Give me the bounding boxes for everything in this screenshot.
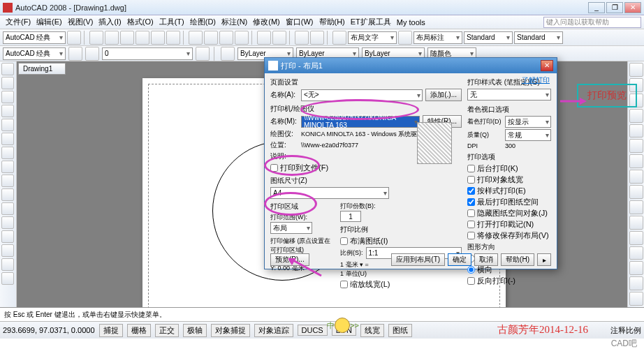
menu-window[interactable]: 窗口(W) bbox=[283, 17, 316, 27]
plotrange-select[interactable]: 布局 bbox=[270, 222, 312, 234]
layer-dropdown[interactable]: 0 bbox=[102, 47, 193, 60]
cut-icon[interactable] bbox=[189, 31, 203, 45]
save-icon[interactable] bbox=[120, 31, 134, 45]
textstyle-dropdown[interactable]: 布局文字 bbox=[348, 31, 397, 44]
break-icon[interactable] bbox=[629, 231, 643, 245]
learn-print-link[interactable]: 了解打印 bbox=[522, 75, 550, 85]
print-to-file-checkbox[interactable] bbox=[270, 164, 278, 172]
menu-insert[interactable]: 插入(I) bbox=[96, 17, 124, 27]
dialog-close-button[interactable]: ✕ bbox=[541, 60, 553, 71]
insert-icon[interactable] bbox=[1, 188, 14, 201]
match-icon[interactable] bbox=[235, 31, 249, 45]
zoom-icon[interactable] bbox=[310, 31, 324, 45]
arc-icon[interactable] bbox=[1, 133, 14, 145]
reverse-checkbox[interactable] bbox=[467, 277, 475, 285]
undo-icon[interactable] bbox=[257, 31, 271, 45]
pan-icon[interactable] bbox=[295, 31, 309, 45]
menu-dim[interactable]: 标注(N) bbox=[219, 17, 250, 27]
close-button[interactable]: ✕ bbox=[624, 2, 641, 13]
opt-style-checkbox[interactable] bbox=[467, 187, 475, 195]
menu-help[interactable]: 帮助(H) bbox=[316, 17, 348, 27]
add-pagesetup-button[interactable]: 添加(.)... bbox=[425, 89, 462, 101]
layer-icon[interactable] bbox=[68, 47, 82, 61]
printer-name-select[interactable]: \\Www-e2a0d7f0377\KONICA MINOLTA 163 bbox=[301, 116, 420, 128]
menu-modify[interactable]: 修改(M) bbox=[250, 17, 283, 27]
menu-file[interactable]: 文件(F) bbox=[3, 17, 34, 27]
region-icon[interactable] bbox=[1, 244, 14, 257]
plotstyle-select[interactable]: 无 bbox=[467, 89, 551, 101]
mtext-icon[interactable] bbox=[1, 272, 14, 285]
ortho-toggle[interactable]: 正交 bbox=[155, 324, 179, 337]
paper-toggle[interactable]: 图纸 bbox=[388, 324, 412, 337]
spline-icon[interactable] bbox=[1, 161, 14, 173]
publish-icon[interactable] bbox=[166, 31, 180, 45]
trim-icon[interactable] bbox=[629, 200, 643, 214]
landscape-radio[interactable] bbox=[467, 266, 475, 274]
offset-icon[interactable] bbox=[629, 109, 643, 123]
dialog-titlebar[interactable]: 打印 - 布局1 ✕ bbox=[265, 58, 557, 73]
erase-icon[interactable] bbox=[629, 63, 643, 77]
workspace2-dropdown[interactable]: AutoCAD 经典 bbox=[3, 47, 66, 60]
dimstyle-dropdown[interactable]: 布局标注 bbox=[414, 31, 462, 44]
menu-view[interactable]: 视图(V) bbox=[65, 17, 96, 27]
copies-input[interactable] bbox=[340, 211, 361, 222]
opt-hide-checkbox[interactable] bbox=[467, 209, 475, 217]
rotate-icon[interactable] bbox=[629, 154, 643, 168]
apply-layout-button[interactable]: 应用到布局(T) bbox=[391, 253, 445, 266]
preview-icon[interactable] bbox=[151, 31, 165, 45]
color-icon[interactable] bbox=[221, 47, 235, 61]
file-tab[interactable]: Drawing1 bbox=[18, 63, 66, 75]
point-icon[interactable] bbox=[1, 216, 14, 229]
stretch-icon[interactable] bbox=[629, 185, 643, 199]
otrack-toggle[interactable]: 对象追踪 bbox=[254, 324, 293, 337]
fit-checkbox[interactable] bbox=[340, 237, 348, 245]
plot-icon[interactable] bbox=[136, 31, 149, 45]
tool-icon[interactable] bbox=[67, 31, 81, 45]
polygon-icon[interactable] bbox=[1, 105, 14, 117]
menu-draw[interactable]: 绘图(D) bbox=[187, 17, 219, 27]
menu-et[interactable]: ET扩展工具 bbox=[348, 17, 394, 27]
menu-edit[interactable]: 编辑(E) bbox=[34, 17, 65, 27]
textstyle-icon[interactable] bbox=[332, 31, 346, 45]
redo-icon[interactable] bbox=[272, 31, 286, 45]
help-button[interactable]: 帮助(H) bbox=[501, 253, 534, 266]
rect-icon[interactable] bbox=[1, 119, 14, 131]
standard1-dropdown[interactable]: Standard bbox=[464, 31, 513, 44]
opt-save-checkbox[interactable] bbox=[467, 232, 475, 239]
fillet-icon[interactable] bbox=[629, 276, 643, 290]
table-icon[interactable] bbox=[1, 258, 14, 271]
preview-button[interactable]: 预览(P)... bbox=[270, 253, 309, 266]
shade-select[interactable]: 按显示 bbox=[505, 116, 551, 128]
line-icon[interactable] bbox=[1, 63, 14, 75]
osnap-toggle[interactable]: 对象捕捉 bbox=[211, 324, 250, 337]
opt-bg-checkbox[interactable] bbox=[467, 165, 475, 172]
extend-icon[interactable] bbox=[629, 216, 643, 230]
opt-last-checkbox[interactable] bbox=[467, 198, 475, 206]
paste-icon[interactable] bbox=[219, 31, 233, 45]
hatch-icon[interactable] bbox=[1, 230, 14, 243]
scale-lw-checkbox[interactable] bbox=[340, 281, 348, 288]
maximize-button[interactable]: ❐ bbox=[606, 2, 623, 13]
dimstyle-icon[interactable] bbox=[398, 31, 412, 45]
layerp-icon[interactable] bbox=[85, 47, 99, 61]
menu-tools[interactable]: 工具(T) bbox=[156, 17, 187, 27]
ellipse-icon[interactable] bbox=[1, 174, 14, 187]
circle-icon[interactable] bbox=[1, 147, 14, 159]
lwt-toggle[interactable]: 线宽 bbox=[360, 324, 384, 337]
grid-toggle[interactable]: 栅格 bbox=[127, 324, 151, 337]
menu-mytools[interactable]: My tools bbox=[394, 18, 428, 27]
minimize-button[interactable]: _ bbox=[588, 2, 605, 13]
papersize-select[interactable]: A4 bbox=[270, 187, 389, 199]
array-icon[interactable] bbox=[629, 124, 643, 138]
standard2-dropdown[interactable]: Standard bbox=[514, 31, 563, 44]
opt-lw-checkbox[interactable] bbox=[467, 176, 475, 184]
cancel-button[interactable]: 取消 bbox=[474, 253, 498, 266]
new-icon[interactable] bbox=[89, 31, 103, 45]
pagesetup-name-select[interactable]: <无> bbox=[301, 89, 423, 101]
expand-button[interactable]: ▸ bbox=[537, 253, 551, 266]
opt-stamp-checkbox[interactable] bbox=[467, 221, 475, 228]
ok-button[interactable]: 确定 bbox=[448, 253, 471, 266]
xline-icon[interactable] bbox=[1, 77, 14, 89]
join-icon[interactable] bbox=[629, 246, 643, 260]
layeriso-icon[interactable] bbox=[196, 47, 210, 61]
